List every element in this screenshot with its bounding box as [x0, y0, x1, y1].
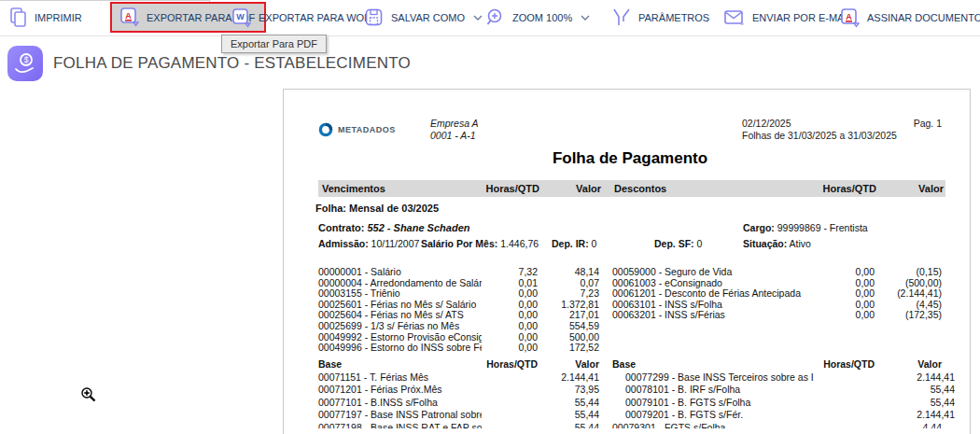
salvar-como-label: SALVAR COMO [391, 12, 465, 23]
row-description: 00049996 - Estorno do INSS sobre Férias [318, 343, 482, 354]
report-date: 02/12/2025 [742, 118, 791, 130]
base-row: 00077299 - Base INSS Terceiros sobre as … [625, 371, 955, 384]
row-value: 2.144,41 [888, 409, 955, 421]
row-value: 73,95 [538, 384, 599, 396]
svg-text:$: $ [24, 55, 29, 64]
exportar-word-button[interactable]: W EXPORTAR PARA WORD [231, 0, 379, 35]
deduction-row: 00061201 - Desconto de Férias Antecipada… [612, 288, 942, 300]
imprimir-button[interactable]: IMPRIMIR [9, 0, 82, 35]
row-description: 00071151 - T. Férias Mês [318, 371, 482, 384]
row-hours [482, 409, 538, 421]
base-horas-col: Horas/QTD [819, 358, 875, 370]
row-hours: 7,32 [482, 267, 538, 278]
row-description: 00061201 - Desconto de Férias Antecipada [612, 288, 819, 300]
report-page-number: Pag. 1 [914, 118, 942, 130]
report-title: Folha de Pagamento [318, 149, 942, 168]
base-row: 00077197 - Base INSS Patronal sobre a Fo… [318, 409, 599, 421]
row-description: 00000001 - Salário [318, 267, 482, 278]
col-vencimentos: Vencimentos [322, 183, 483, 194]
imprimir-label: IMPRIMIR [35, 12, 82, 23]
assinar-documento-button[interactable]: A ASSINAR DOCUMENTO [840, 0, 980, 35]
earnings-deductions-rows: 00000001 - Salário 7,32 48,14 00000004 -… [318, 267, 942, 354]
company-name: Empresa A [430, 118, 479, 130]
page-title: FOLHA DE PAGAMENTO - ESTABELECIMENTO [53, 54, 411, 73]
row-hours [482, 384, 538, 396]
contrato-value: 552 - Shane Schaden [367, 222, 469, 233]
contrato-label: Contrato: [318, 222, 365, 233]
row-value: 4,44 [875, 423, 942, 428]
row-value: 554,59 [538, 321, 599, 332]
base-col: Base [612, 358, 819, 370]
report-header: METADADOS Empresa A 0001 - A-1 02/12/202… [318, 118, 942, 142]
chevron-down-icon[interactable] [473, 15, 483, 21]
sign-document-pdf-icon: A [840, 7, 861, 28]
deduction-row: 00063201 - INSS s/Férias 0,00 (172,35) [612, 310, 942, 321]
tooltip: Exportar Para PDF [221, 35, 327, 53]
base-left-list: 00071151 - T. Férias Mês 2.144,41 000712… [318, 371, 599, 422]
company-code: 0001 - A-1 [430, 130, 479, 142]
column-header-band: Vencimentos Horas/QTD Valor Descontos Ho… [318, 180, 945, 197]
admission-line: Admissão: 10/11/2007 Salário Por Mês: 1.… [318, 238, 942, 250]
row-hours [832, 384, 888, 396]
earning-row: 00025604 - Férias no Mês s/ ATS 0,00 217… [318, 310, 599, 321]
row-hours [482, 397, 538, 409]
company-block: Empresa A 0001 - A-1 [430, 118, 479, 142]
earnings-list: 00000001 - Salário 7,32 48,14 00000004 -… [318, 267, 599, 354]
earning-row: 00000001 - Salário 7,32 48,14 [318, 267, 599, 278]
row-value: 55,44 [888, 384, 955, 396]
svg-text:A: A [125, 10, 132, 20]
tooltip-text: Exportar Para PDF [231, 38, 317, 49]
contract-line: Contrato: 552 - Shane Schaden Cargo: 999… [318, 222, 942, 233]
clipped-row: 00077198 - Base INSS RAT e FAP sobre a 5… [318, 423, 942, 428]
base-valor-col: Valor [875, 358, 942, 370]
row-description: 00025601 - Férias no Mês s/ Salário [318, 300, 482, 311]
salvar-como-button[interactable]: SALVAR COMO [364, 0, 483, 35]
base-row: 00078101 - B. IRF s/Folha 55,44 [625, 384, 955, 396]
cargo-value: 99999869 - Frentista [777, 222, 868, 233]
base-row: 00079101 - B. FGTS s/Folha 55,44 [625, 397, 955, 409]
row-description: 00025604 - Férias no Mês s/ ATS [318, 310, 482, 321]
parametros-button[interactable]: PARÂMETROS [611, 0, 709, 35]
earning-row: 00003155 - Triênio 0,00 7,23 [318, 288, 599, 300]
save-icon [364, 7, 385, 28]
pdf-export-icon: A [119, 7, 140, 29]
row-description: 00003155 - Triênio [318, 288, 482, 300]
row-hours: 0,00 [819, 267, 875, 278]
col-descontos: Descontos [614, 183, 820, 194]
row-value: 2.144,41 [538, 371, 599, 384]
row-value: 172,52 [538, 343, 599, 354]
row-description: 00079201 - B. FGTS s/Fér. [625, 409, 832, 421]
cargo-group: Cargo: 99999869 - Frentista [743, 222, 868, 233]
row-value: (0,15) [875, 267, 942, 278]
base-row: 00071151 - T. Férias Mês 2.144,41 [318, 371, 599, 384]
row-description: 00079101 - B. FGTS s/Folha [625, 397, 832, 409]
folha-label: Folha: Mensal de 03/2025 [315, 203, 942, 214]
row-value: 55,44 [538, 409, 599, 421]
col-valor: Valor [876, 183, 944, 194]
zoom-button[interactable]: ZOOM 100% [485, 0, 590, 35]
row-description: 00059000 - Seguro de Vida [612, 267, 819, 278]
report-header-right: 02/12/2025 Pag. 1 Folhas de 31/03/2025 a… [742, 118, 942, 142]
report-period: Folhas de 31/03/2025 a 31/03/2025 [742, 130, 942, 142]
row-hours [819, 423, 875, 428]
row-hours [482, 423, 538, 428]
base-horas-col: Horas/QTD [482, 358, 538, 370]
cargo-label: Cargo: [743, 222, 775, 233]
svg-text:»: » [740, 21, 744, 27]
row-value: 55,44 [538, 423, 599, 428]
enviar-email-button[interactable]: » ENVIAR POR E-MAIL [723, 0, 853, 35]
row-description: 00079301 - FGTS s/Folha [612, 423, 819, 428]
row-description: 00077299 - Base INSS Terceiros sobre as … [625, 371, 832, 384]
base-row: 00077101 - B.INSS s/Folha 55,44 [318, 397, 599, 409]
deduction-row: 00063101 - INSS s/Folha 0,00 (4,45) [612, 300, 942, 311]
base-col: Base [318, 358, 482, 370]
situacao: Situação: Ativo [743, 238, 811, 249]
row-value: 2.144,41 [888, 371, 955, 384]
row-hours [482, 371, 538, 384]
row-description: 00049992 - Estorno Provisão eConsignado [318, 332, 482, 343]
base-right-list: 00077299 - Base INSS Terceiros sobre as … [612, 371, 942, 422]
base-valor-col: Valor [538, 358, 599, 370]
dep-ir: Dep. IR: 0 [552, 238, 596, 249]
chevron-down-icon[interactable] [581, 15, 590, 21]
page-title-row: $ FOLHA DE PAGAMENTO - ESTABELECIMENTO [7, 46, 411, 81]
